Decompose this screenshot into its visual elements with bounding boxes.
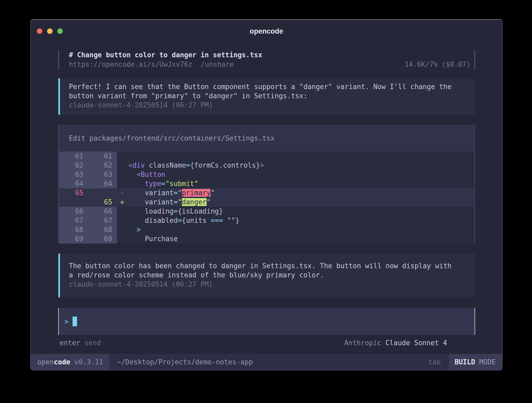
mode-badge: BUILD MODE — [449, 354, 502, 370]
session-header: # Change button color to danger in setti… — [58, 50, 475, 69]
message-line: button variant from "primary" to "danger… — [69, 91, 475, 101]
app-version-badge: opencode v0.3.11 — [31, 354, 109, 370]
input-hints: enter send Anthropic Claude Sonnet 4 — [60, 338, 475, 348]
diff-row: 65- variant="primary" — [59, 188, 474, 198]
app-version: v0.3.11 — [70, 358, 103, 366]
diff-row: 65+ variant="danger" — [59, 198, 474, 207]
diff-row: 6767 disabled={units === ""} — [59, 216, 474, 225]
diff-row: 6666 loading={isLoading} — [59, 207, 474, 216]
diff-row: 6464 type="submit" — [59, 179, 474, 188]
message-line: a red/rose color scheme instead of the b… — [69, 271, 475, 280]
tab-key-hint: tab — [428, 354, 441, 370]
status-bar: opencode v0.3.11 ~/Desktop/Projects/demo… — [31, 354, 502, 370]
edit-tool-block: Edit packages/frontend/src/containers/Se… — [58, 125, 475, 244]
text-cursor — [73, 317, 77, 326]
session-subheader: https://opencode.ai/s/UwJxv76z /unshare … — [69, 60, 470, 69]
diff-row: 6969 Purchase — [59, 234, 474, 244]
diff-row: 6868 > — [59, 225, 474, 234]
provider-name: Anthropic — [344, 339, 386, 347]
model-timestamp: claude-sonnet-4-20250514 (06:27 PM) — [69, 101, 475, 110]
model-timestamp: claude-sonnet-4-20250514 (06:27 PM) — [69, 280, 475, 289]
model-name: Claude Sonnet 4 — [385, 339, 447, 347]
working-directory: ~/Desktop/Projects/demo-notes-app — [117, 354, 253, 370]
model-indicator: Anthropic Claude Sonnet 4 — [344, 338, 475, 348]
enter-key-hint: enter — [60, 338, 80, 348]
session-title: # Change button color to danger in setti… — [69, 50, 470, 60]
window-title: opencode — [31, 26, 502, 36]
prompt-input[interactable]: > — [58, 308, 475, 335]
send-hint: send — [80, 338, 101, 348]
diff-row: 6363 <Button — [59, 170, 474, 179]
share-url[interactable]: https://opencode.ai/s/UwJxv76z — [69, 60, 192, 69]
edit-tool-title: Edit packages/frontend/src/containers/Se… — [59, 125, 474, 152]
app-name-open: open — [37, 358, 54, 366]
prompt-symbol: > — [64, 318, 69, 326]
opencode-window: opencode # Change button color to danger… — [30, 19, 503, 370]
assistant-message: The button color has been changed to dan… — [58, 254, 475, 297]
diff-row: 6262 <div className={formCs.controls}> — [59, 161, 474, 170]
mode-name: BUILD — [454, 358, 475, 366]
app-name-code: code — [54, 358, 70, 366]
diff-row: 6161 — [59, 152, 474, 161]
assistant-message: Perfect! I can see that the Button compo… — [58, 78, 475, 115]
unshare-command[interactable]: /unshare — [201, 60, 234, 69]
message-line: The button color has been changed to dan… — [69, 261, 475, 271]
token-usage: 14.6K/7% ($0.07) — [405, 60, 470, 69]
titlebar: opencode — [31, 20, 502, 40]
mode-label: MODE — [475, 358, 496, 366]
diff-rows: 61616262 <div className={formCs.controls… — [59, 152, 474, 244]
message-line: Perfect! I can see that the Button compo… — [69, 82, 475, 91]
